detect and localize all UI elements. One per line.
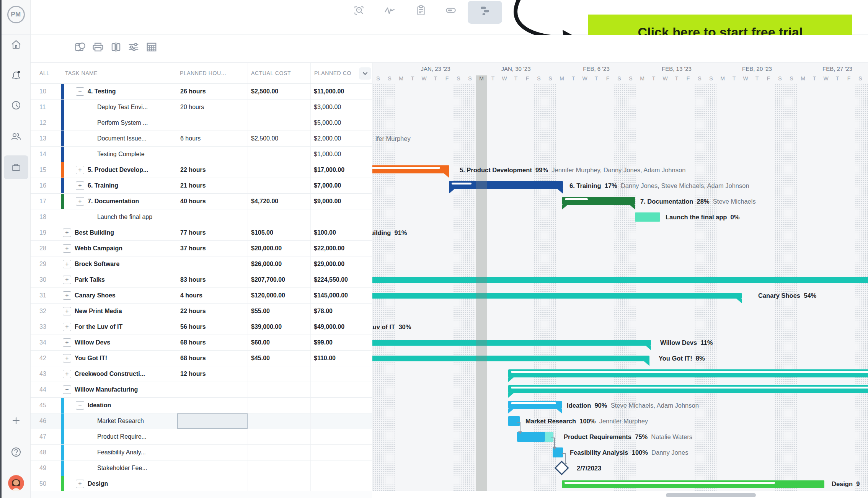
actual-cost-cell[interactable] (248, 209, 311, 225)
gantt-summary-bar[interactable] (508, 385, 868, 393)
table-row[interactable]: 47Product Require... (31, 429, 372, 445)
task-name-cell[interactable]: Testing Complete (61, 147, 177, 162)
actual-cost-cell[interactable] (248, 413, 311, 429)
planned-hours-cell[interactable]: 68 hours (177, 351, 248, 366)
planned-hours-cell[interactable]: 22 hours (177, 304, 248, 319)
table-row[interactable]: 45−Ideation (31, 398, 372, 413)
column-header-all[interactable]: ALL (31, 63, 61, 83)
task-name-cell[interactable]: Product Require... (61, 429, 177, 444)
table-row[interactable]: 16+6. Training21 hours$7,000.00 (31, 178, 372, 194)
planned-cost-cell[interactable]: $22,000.00 (311, 241, 372, 256)
actual-cost-cell[interactable]: $60.00 (248, 335, 311, 350)
planned-hours-cell[interactable]: 68 hours (177, 335, 248, 350)
task-name-cell[interactable]: +Best Building (61, 225, 177, 240)
planned-hours-cell[interactable] (177, 256, 248, 272)
clock-icon[interactable] (10, 99, 23, 112)
planned-hours-cell[interactable]: 83 hours (177, 272, 248, 287)
gantt-summary-bar[interactable] (372, 165, 449, 173)
table-row[interactable]: 19+Best Building77 hours$105.00$100.00 (31, 225, 372, 241)
planned-cost-cell[interactable]: $3,000.00 (311, 100, 372, 115)
table-row[interactable]: 43+Creekwood Constructi...12 hours (31, 366, 372, 382)
planned-hours-cell[interactable] (177, 147, 248, 162)
table-row[interactable]: 49Stakeholder Fee... (31, 460, 372, 476)
expand-icon[interactable]: + (63, 323, 71, 331)
plus-icon[interactable] (10, 414, 23, 427)
task-name-cell[interactable]: +7. Documentation (61, 194, 177, 209)
task-name-cell[interactable]: −4. Testing (61, 84, 177, 99)
planned-cost-cell[interactable]: $17,000.00 (311, 162, 372, 178)
task-name-cell[interactable]: Perform System ... (61, 115, 177, 131)
gantt-bar[interactable] (372, 356, 649, 361)
row-number-cell[interactable]: 11 (31, 100, 61, 115)
task-name-cell[interactable]: Launch the final app (61, 209, 177, 225)
task-name-cell[interactable]: +Canary Shoes (61, 288, 177, 303)
planned-hours-cell[interactable]: 21 hours (177, 178, 248, 193)
task-name-cell[interactable]: +Design (61, 476, 177, 491)
table-row[interactable]: 34+Willow Devs68 hours$60.00$99.00 (31, 335, 372, 351)
actual-cost-cell[interactable] (248, 115, 311, 131)
expand-icon[interactable]: + (63, 260, 71, 268)
task-name-cell[interactable]: Feasibility Analy... (61, 445, 177, 460)
planned-hours-cell[interactable]: 77 hours (177, 225, 248, 240)
planned-hours-cell[interactable]: 6 hours (177, 131, 248, 146)
table-row[interactable]: 46Market Research (31, 413, 372, 429)
row-number-cell[interactable]: 43 (31, 366, 61, 382)
users-icon[interactable] (10, 130, 23, 143)
gantt-summary-bar[interactable] (508, 401, 562, 409)
gantt-bar[interactable] (372, 277, 868, 283)
actual-cost-cell[interactable]: $20,000.00 (248, 241, 311, 256)
table-row[interactable]: 28+Webb Campaign37 hours$20,000.00$22,00… (31, 241, 372, 256)
planned-cost-cell[interactable] (311, 429, 372, 444)
zoom-select-icon[interactable] (352, 3, 366, 17)
row-number-cell[interactable]: 13 (31, 131, 61, 146)
actual-cost-cell[interactable]: $26,000.00 (248, 256, 311, 272)
table-row[interactable]: 32+New Print Media22 hours$55.00$78.00 (31, 304, 372, 319)
actual-cost-cell[interactable]: $2,500.00 (248, 131, 311, 146)
task-name-cell[interactable]: Deploy Test Envi... (61, 100, 177, 115)
row-number-cell[interactable]: 19 (31, 225, 61, 240)
actual-cost-cell[interactable]: $55.00 (248, 304, 311, 319)
planned-hours-cell[interactable]: 40 hours (177, 194, 248, 209)
table-row[interactable]: 14Testing Complete$1,000.00 (31, 147, 372, 162)
row-number-cell[interactable]: 33 (31, 319, 61, 335)
planned-hours-cell[interactable] (177, 115, 248, 131)
table-row[interactable]: 44−Willow Manufacturing (31, 382, 372, 398)
row-number-cell[interactable]: 16 (31, 178, 61, 193)
task-name-cell[interactable]: +For the Luv of IT (61, 319, 177, 335)
planned-hours-cell[interactable] (177, 398, 248, 413)
task-name-cell[interactable]: +6. Training (61, 178, 177, 193)
row-number-cell[interactable]: 15 (31, 162, 61, 178)
table-row[interactable]: 30+Park Talks83 hours$207,700.00$224,550… (31, 272, 372, 288)
planned-hours-cell[interactable]: 12 hours (177, 366, 248, 382)
planned-hours-cell[interactable]: 4 hours (177, 288, 248, 303)
collapse-icon[interactable]: − (63, 385, 71, 394)
briefcase-icon[interactable] (10, 161, 23, 174)
actual-cost-cell[interactable] (248, 398, 311, 413)
home-icon[interactable] (10, 38, 23, 51)
planned-cost-cell[interactable]: $224,550.00 (311, 272, 372, 287)
table-row[interactable]: 17+7. Documentation40 hours$4,720.00$9,0… (31, 194, 372, 209)
table-row[interactable]: 12Perform System ...$5,000.00 (31, 115, 372, 131)
row-number-cell[interactable]: 48 (31, 445, 61, 460)
planned-cost-cell[interactable]: $29,000.00 (311, 256, 372, 272)
table-row[interactable]: 11Deploy Test Envi...20 hours$3,000.00 (31, 100, 372, 115)
row-number-cell[interactable]: 32 (31, 304, 61, 319)
actual-cost-cell[interactable] (248, 366, 311, 382)
gantt-summary-bar[interactable] (508, 369, 868, 377)
actual-cost-cell[interactable]: $207,700.00 (248, 272, 311, 287)
planned-cost-cell[interactable]: $11,000.00 (311, 84, 372, 99)
planned-hours-cell[interactable]: 22 hours (177, 162, 248, 178)
bell-icon[interactable] (10, 69, 23, 82)
row-number-cell[interactable]: 44 (31, 382, 61, 397)
planned-hours-cell[interactable]: 56 hours (177, 319, 248, 335)
gantt-view-icon[interactable] (478, 3, 492, 17)
gantt-bar[interactable] (562, 480, 824, 488)
planned-cost-cell[interactable] (311, 476, 372, 491)
gantt-summary-bar[interactable] (562, 197, 635, 205)
actual-cost-cell[interactable] (248, 429, 311, 444)
task-name-cell[interactable]: +You Got IT! (61, 351, 177, 366)
row-number-cell[interactable]: 47 (31, 429, 61, 444)
task-name-cell[interactable]: +Park Talks (61, 272, 177, 287)
planned-cost-cell[interactable] (311, 209, 372, 225)
row-number-cell[interactable]: 50 (31, 476, 61, 491)
